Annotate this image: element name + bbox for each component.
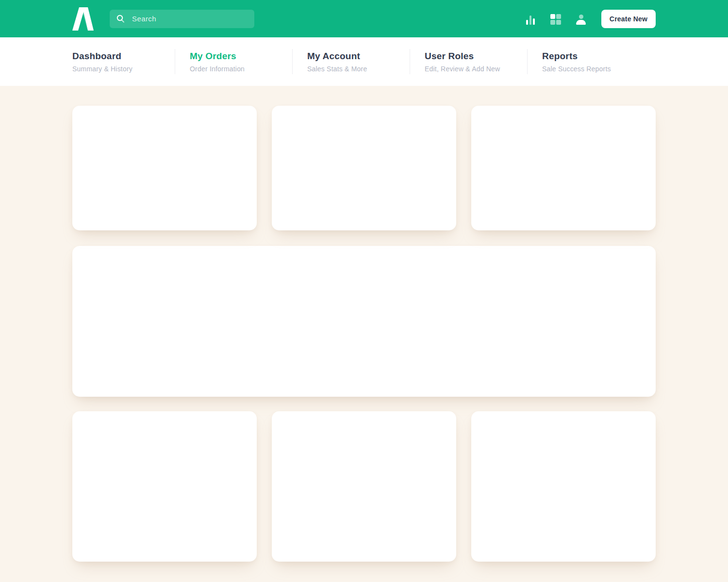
search-icon: [116, 15, 125, 23]
tab-my-orders-label: My Orders: [190, 51, 292, 62]
search-box[interactable]: [110, 10, 254, 28]
tab-user-roles-label: User Roles: [425, 51, 527, 62]
top-card-row: [72, 106, 656, 230]
nav-divider: [410, 49, 410, 74]
tab-reports-sublabel: Sale Success Reports: [542, 65, 645, 73]
tab-my-orders[interactable]: My Orders Order Information: [190, 51, 292, 73]
app-page: Create New Dashboard Summary & History M…: [0, 0, 728, 582]
nav-divider: [175, 49, 175, 74]
card-bottom-2: [272, 411, 456, 562]
nav-divider: [292, 49, 293, 74]
card-top-1: [72, 106, 257, 230]
tab-dashboard-label: Dashboard: [72, 51, 175, 62]
tab-my-account[interactable]: My Account Sales Stats & More: [307, 51, 410, 73]
tab-my-account-sublabel: Sales Stats & More: [307, 65, 410, 73]
header-actions: Create New: [525, 10, 656, 28]
create-new-button[interactable]: Create New: [601, 10, 656, 28]
content-area: [0, 86, 728, 582]
header-bar: Create New: [0, 0, 728, 37]
card-top-3: [471, 106, 656, 230]
tab-user-roles-sublabel: Edit, Review & Add New: [425, 65, 527, 73]
card-bottom-1: [72, 411, 257, 562]
nav-divider: [527, 49, 528, 74]
tab-my-account-label: My Account: [307, 51, 410, 62]
card-top-2: [272, 106, 456, 230]
apps-grid-icon[interactable]: [550, 13, 562, 25]
tab-reports-label: Reports: [542, 51, 645, 62]
tab-my-orders-sublabel: Order Information: [190, 65, 292, 73]
profile-icon[interactable]: [575, 13, 587, 25]
card-wide: [72, 246, 656, 397]
tab-reports[interactable]: Reports Sale Success Reports: [542, 51, 645, 73]
tab-user-roles[interactable]: User Roles Edit, Review & Add New: [425, 51, 527, 73]
brand-logo-icon: [72, 7, 94, 31]
tab-dashboard[interactable]: Dashboard Summary & History: [72, 51, 175, 73]
bottom-card-row: [72, 411, 656, 562]
card-bottom-3: [471, 411, 656, 562]
tab-dashboard-sublabel: Summary & History: [72, 65, 175, 73]
stats-icon[interactable]: [525, 13, 536, 25]
nav-bar: Dashboard Summary & History My Orders Or…: [0, 37, 728, 86]
search-input[interactable]: [131, 14, 238, 23]
